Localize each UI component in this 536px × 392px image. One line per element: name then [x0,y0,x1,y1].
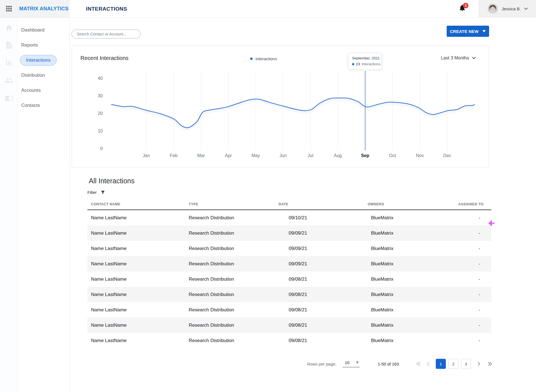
cell-type: Research Distribution [189,276,279,282]
apps-grid-icon[interactable] [5,4,13,13]
notification-badge: 3 [463,3,468,8]
page-buttons: 123 [436,359,471,369]
cell-date: 09/09/21 [279,230,368,236]
table-row[interactable]: Name LastNameResearch Distribution09/08/… [87,302,491,318]
cell-owners: BlueMatrix [368,323,455,328]
cell-assigned: - [455,323,491,328]
pagination: Rows per page: 10 1-50 of 163 123 [307,359,493,369]
cell-owners: BlueMatrix [368,230,455,236]
cell-type: Research Distribution [189,323,279,328]
search-input[interactable] [71,30,141,39]
bar-chart-icon[interactable] [5,58,13,66]
svg-text:Sep: Sep [361,153,369,158]
column-header: OWNERS [368,202,455,206]
table-row[interactable]: Name LastNameResearch Distribution09/09/… [87,256,491,271]
column-header: ASSIGNED TO [455,202,491,206]
corner-header: MATRIX ANALYTICS [0,0,70,18]
cell-contact: Name LastName [87,307,189,313]
sidebar-item-label: Contacts [21,100,40,111]
interactions-line [112,98,475,128]
sidebar: DashboardReportsInteractionsDistribution… [18,0,70,392]
create-new-label: CREATE NEW [450,29,479,34]
cell-type: Research Distribution [189,246,279,251]
table-row[interactable]: Name LastNameResearch Distribution09/08/… [87,287,491,302]
column-header: DATE [279,202,368,206]
sidebar-item-label: Accounts [21,85,41,96]
cell-owners: BlueMatrix [368,215,455,221]
cell-assigned: - [455,215,491,221]
tooltip-caret [363,69,367,71]
cell-type: Research Distribution [189,338,279,343]
page-button-3[interactable]: 3 [461,359,471,369]
svg-text:30: 30 [98,93,103,98]
table-row[interactable]: Name LastNameResearch Distribution09/09/… [87,225,491,241]
cell-owners: BlueMatrix [368,261,455,267]
previous-page-button[interactable] [425,360,432,367]
tooltip-title: September, 2021 [352,56,381,60]
page: DashboardReportsInteractionsDistribution… [0,0,536,392]
cell-date: 09/08/21 [279,307,368,313]
cell-contact: Name LastName [87,338,189,343]
first-page-button[interactable] [415,360,422,367]
rows-per-page-select[interactable]: 10 [343,360,360,367]
cell-date: 09/08/21 [279,323,368,328]
brand-title: MATRIX ANALYTICS [18,0,70,18]
sidebar-item-distribution[interactable]: Distribution [18,68,70,83]
filter-label: Filter [87,190,97,195]
home-icon[interactable] [5,24,13,32]
svg-text:May: May [252,153,260,158]
caret-down-icon [356,362,359,364]
sidebar-item-interactions[interactable]: Interactions [18,53,70,68]
cell-owners: BlueMatrix [368,276,455,282]
table-row[interactable]: Name LastNameResearch Distribution09/09/… [87,241,491,256]
svg-text:Nov: Nov [416,153,424,158]
last-page-button[interactable] [487,360,493,367]
date-range-selector[interactable]: Last 3 Months [441,56,476,61]
sidebar-item-label: Distribution [21,70,45,81]
date-range-label: Last 3 Months [441,56,469,61]
svg-text:0: 0 [100,146,103,151]
table-row[interactable]: Name LastNameResearch Distribution09/10/… [87,210,491,225]
page-title: INTERACTIONS [86,0,127,18]
svg-text:Dec: Dec [443,153,451,158]
cell-contact: Name LastName [87,215,189,221]
interactions-line-chart: JanFebMarAprMayJunJulAugSepOctNovDec0102… [72,46,489,167]
create-new-button[interactable]: CREATE NEW [447,26,489,37]
cell-date: 09/10/21 [279,215,368,221]
cell-assigned: - [455,261,491,267]
pagination-range: 1-50 of 163 [378,362,399,366]
svg-text:Oct: Oct [389,153,396,158]
table-row[interactable]: Name LastNameResearch Distribution09/08/… [87,271,491,287]
tooltip-value: 23 [356,62,360,66]
document-icon[interactable] [5,41,13,49]
sidebar-item-contacts[interactable]: Contacts [18,98,70,113]
people-icon[interactable] [5,76,13,85]
cell-date: 09/09/21 [279,261,368,267]
sidebar-nav: DashboardReportsInteractionsDistribution… [18,23,70,113]
chart-title: Recent Interactions [80,55,128,61]
sidebar-item-reports[interactable]: Reports [18,38,70,53]
user-menu[interactable]: Jessica B. [478,0,536,17]
cell-assigned: - [455,292,491,297]
sidebar-item-accounts[interactable]: Accounts [18,83,70,98]
filter-control[interactable]: Filter [87,190,105,195]
page-button-2[interactable]: 2 [448,359,458,369]
book-icon[interactable] [5,94,13,102]
table-row[interactable]: Name LastNameResearch Distribution09/08/… [87,318,491,333]
svg-text:Aug: Aug [334,153,342,158]
section-title: All Interactions [89,177,135,185]
pink-arrow-annotation [488,219,497,228]
rows-per-page-label: Rows per page: [307,362,336,366]
filter-funnel-icon[interactable] [100,190,105,195]
sidebar-item-label: Interactions [20,55,57,66]
sidebar-item-dashboard[interactable]: Dashboard [18,23,70,38]
cell-contact: Name LastName [87,261,189,267]
svg-text:Jan: Jan [143,153,150,158]
next-page-button[interactable] [475,360,482,367]
table-row[interactable]: Name LastNameResearch Distribution09/08/… [87,333,491,348]
svg-text:Jun: Jun [279,153,287,158]
cell-type: Research Distribution [189,307,279,313]
topbar: INTERACTIONS 3 Jessica B. [70,0,536,18]
notifications-button[interactable]: 3 [458,4,470,15]
page-button-1[interactable]: 1 [436,359,446,369]
